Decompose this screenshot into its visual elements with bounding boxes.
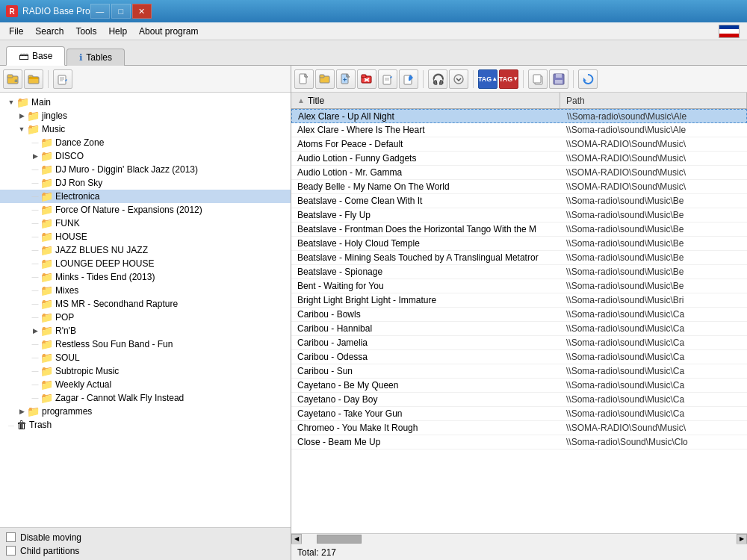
list-row[interactable]: Beatslave - Mining Seals Touched by A Tr… xyxy=(291,251,747,265)
open-button[interactable] xyxy=(24,69,43,89)
maximize-button[interactable]: □ xyxy=(111,4,131,19)
new-item-button[interactable]: + xyxy=(336,69,356,89)
tree-item-house[interactable]: — 📁 HOUSE xyxy=(0,230,291,243)
list-row[interactable]: Cayetano - Day Boy \\Soma-radio\sound\Mu… xyxy=(291,393,747,407)
add-folder-right-button[interactable] xyxy=(315,69,335,89)
expander-dj-ron[interactable]: — xyxy=(30,178,40,188)
list-row[interactable]: Alex Clare - Up All Night \\Soma-radio\s… xyxy=(291,109,747,123)
list-row[interactable]: Cayetano - Take Your Gun \\Soma-radio\so… xyxy=(291,407,747,421)
expander-minks[interactable]: — xyxy=(30,272,40,282)
tree-item-restless[interactable]: — 📁 Restless Sou Fun Band - Fun xyxy=(0,337,291,351)
tab-base[interactable]: 🗃 Base xyxy=(6,46,65,66)
dropdown-button[interactable] xyxy=(449,69,468,89)
list-row[interactable]: Atoms For Peace - Default \\SOMA-RADIO\S… xyxy=(291,137,747,152)
edit2-right-button[interactable] xyxy=(399,69,418,89)
close-button[interactable]: ✕ xyxy=(132,4,152,19)
list-row[interactable]: Beatslave - Holy Cloud Temple \\Soma-rad… xyxy=(291,237,747,251)
expander-rnb[interactable]: ▶ xyxy=(30,326,40,336)
add-file-button[interactable] xyxy=(294,69,314,89)
tree-item-mixes[interactable]: — 📁 Mixes xyxy=(0,284,291,297)
tree-container[interactable]: ▼ 📁 Main ▶ 📁 jingles ▼ 📁 Music xyxy=(0,93,291,527)
expander-mixes[interactable]: — xyxy=(30,285,40,296)
list-row[interactable]: Beatslave - Come Clean With It \\Soma-ra… xyxy=(291,194,747,208)
expander-pop[interactable]: — xyxy=(30,312,40,323)
expander-dj-muro[interactable]: — xyxy=(30,164,40,175)
h-scrollbar[interactable]: ◀ ▶ xyxy=(291,533,747,544)
minimize-button[interactable]: — xyxy=(90,4,110,19)
expander-weekly[interactable]: — xyxy=(30,379,40,390)
expander-restless[interactable]: — xyxy=(30,339,40,349)
scrollbar-track[interactable] xyxy=(302,534,737,544)
tree-item-funk[interactable]: — 📁 FUNK xyxy=(0,217,291,230)
language-flag[interactable] xyxy=(719,25,740,38)
scrollbar-thumb[interactable] xyxy=(317,535,362,544)
play-button[interactable]: 🎧 xyxy=(428,69,447,89)
tag-red-button[interactable]: TAG▼ xyxy=(499,69,518,89)
list-row[interactable]: Bright Light Bright Light - Immature \\S… xyxy=(291,293,747,308)
tree-item-ms-mr[interactable]: — 📁 MS MR - Secondhand Rapture xyxy=(0,297,291,311)
tree-item-pop[interactable]: — 📁 POP xyxy=(0,311,291,324)
list-row[interactable]: Caribou - Hannibal \\Soma-radio\sound\Mu… xyxy=(291,322,747,336)
list-row[interactable]: Caribou - Odessa \\Soma-radio\sound\Musi… xyxy=(291,350,747,364)
expander-jazz[interactable]: — xyxy=(30,245,40,255)
list-row[interactable]: Caribou - Jamelia \\Soma-radio\sound\Mus… xyxy=(291,336,747,350)
tree-item-trash[interactable]: — 🗑 Trash xyxy=(0,418,291,432)
scroll-left-button[interactable]: ◀ xyxy=(291,534,302,544)
add-folder-button[interactable]: + xyxy=(3,69,22,89)
tree-item-lounge[interactable]: — 📁 LOUNGE DEEP HOUSE xyxy=(0,257,291,270)
expander-trash[interactable]: — xyxy=(6,420,16,430)
list-row[interactable]: Caribou - Bowls \\Soma-radio\sound\Music… xyxy=(291,308,747,322)
tree-item-subtropic[interactable]: — 📁 Subtropic Music xyxy=(0,364,291,378)
tree-item-electronica[interactable]: — 📁 Electronica xyxy=(0,190,291,203)
list-row[interactable]: Audio Lotion - Mr. Gamma \\SOMA-RADIO\So… xyxy=(291,166,747,180)
scroll-right-button[interactable]: ▶ xyxy=(737,534,747,544)
list-row[interactable]: Beatslave - Spionage \\Soma-radio\sound\… xyxy=(291,265,747,279)
expander-force[interactable]: — xyxy=(30,205,40,215)
list-row[interactable]: Caribou - Sun \\Soma-radio\sound\Music\C… xyxy=(291,364,747,379)
menu-tools[interactable]: Tools xyxy=(69,25,102,38)
tree-item-jingles[interactable]: ▶ 📁 jingles xyxy=(0,109,291,122)
expander-subtropic[interactable]: — xyxy=(30,366,40,376)
edit-right-button[interactable] xyxy=(378,69,397,89)
list-row[interactable]: Beatslave - Fly Up \\Soma-radio\sound\Mu… xyxy=(291,208,747,223)
list-row[interactable]: Bent - Waiting for You \\Soma-radio\soun… xyxy=(291,279,747,293)
tree-item-jazz[interactable]: — 📁 JAZZ BLUES NU JAZZ xyxy=(0,243,291,257)
list-row[interactable]: Cayetano - Be My Queen \\Soma-radio\soun… xyxy=(291,379,747,393)
expander-dance-zone[interactable]: — xyxy=(30,137,40,148)
delete-button[interactable] xyxy=(357,69,376,89)
expander-soul[interactable]: — xyxy=(30,352,40,363)
expander-programmes[interactable]: ▶ xyxy=(16,406,27,417)
list-row[interactable]: Audio Lotion - Funny Gadgets \\SOMA-RADI… xyxy=(291,152,747,166)
menu-help[interactable]: Help xyxy=(102,25,133,38)
tag-blue-button[interactable]: TAG▲ xyxy=(478,69,498,89)
list-row[interactable]: Alex Clare - Where Is The Heart \\Soma-r… xyxy=(291,123,747,137)
menu-search[interactable]: Search xyxy=(29,25,69,38)
child-partitions-checkbox[interactable]: Child partitions xyxy=(6,546,285,556)
col-header-path[interactable]: Path xyxy=(560,93,747,108)
expander-funk[interactable]: — xyxy=(30,218,40,228)
list-row[interactable]: Beady Belle - My Name On The World \\SOM… xyxy=(291,180,747,194)
tree-item-dance-zone[interactable]: — 📁 Dance Zone xyxy=(0,136,291,149)
list-row[interactable]: Beatslave - Frontman Does the Horizontal… xyxy=(291,223,747,237)
tree-item-programmes[interactable]: ▶ 📁 programmes xyxy=(0,405,291,418)
disable-moving-box[interactable] xyxy=(6,532,16,542)
tree-item-main[interactable]: ▼ 📁 Main xyxy=(0,96,291,109)
edit-button[interactable] xyxy=(53,69,72,89)
expander-lounge[interactable]: — xyxy=(30,258,40,269)
refresh-button[interactable] xyxy=(578,69,598,89)
col-header-title[interactable]: ▲ Title xyxy=(291,93,560,108)
list-body[interactable]: Alex Clare - Up All Night \\Soma-radio\s… xyxy=(291,109,747,533)
menu-file[interactable]: File xyxy=(3,25,29,38)
tree-item-force[interactable]: — 📁 Force Of Nature - Expansions (2012) xyxy=(0,203,291,217)
menu-about[interactable]: About program xyxy=(133,25,204,38)
tree-item-zagar[interactable]: — 📁 Zagar - Cannot Walk Fly Instead xyxy=(0,391,291,405)
expander-electronica[interactable]: — xyxy=(30,191,40,202)
expander-jingles[interactable]: ▶ xyxy=(16,111,27,121)
disable-moving-checkbox[interactable]: Disable moving xyxy=(6,532,285,543)
tree-item-weekly[interactable]: — 📁 Weekly Actual xyxy=(0,378,291,391)
tab-tables[interactable]: ℹ Tables xyxy=(66,49,125,66)
tree-item-minks[interactable]: — 📁 Minks - Tides End (2013) xyxy=(0,270,291,284)
expander-house[interactable]: — xyxy=(30,231,40,242)
expander-zagar[interactable]: — xyxy=(30,393,40,403)
tree-item-soul[interactable]: — 📁 SOUL xyxy=(0,351,291,364)
